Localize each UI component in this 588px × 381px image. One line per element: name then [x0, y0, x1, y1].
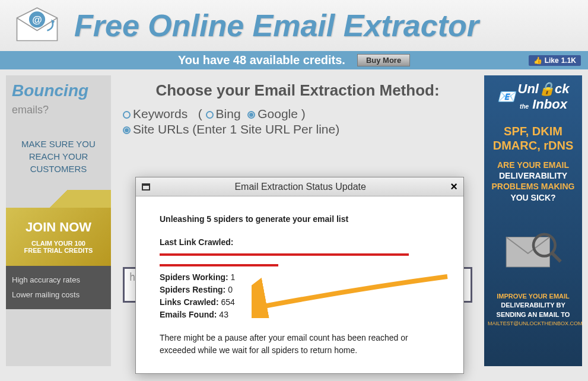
fb-like-button[interactable]: 👍 Like 1.1K: [529, 55, 581, 66]
emails-found-label: Emails Found:: [160, 310, 217, 319]
thumbs-up-icon: 👍: [533, 56, 542, 65]
join-now-banner[interactable]: JOIN NOW CLAIM YOUR 100 FREE TRIAL CREDI…: [6, 208, 111, 266]
unleash-text: Unleashing 5 spiders to generate your em…: [160, 213, 440, 226]
keywords-radio[interactable]: [123, 111, 131, 119]
status-modal: Email Extraction Status Update × Unleash…: [135, 177, 464, 374]
spiders-resting-value: 0: [225, 285, 233, 294]
links-crawled-value: 654: [219, 297, 235, 307]
modal-close-button[interactable]: ×: [450, 180, 457, 193]
urls-radio[interactable]: [123, 126, 131, 134]
modal-title-bar: Email Extraction Status Update ×: [136, 177, 463, 196]
join-now-title: JOIN NOW: [11, 220, 106, 235]
spf-text: SPF, DKIM DMARC, rDNS: [488, 124, 579, 153]
right-sidebar: 📧 Unl🔒ckthe Inbox SPF, DKIM DMARC, rDNS …: [484, 75, 582, 366]
bing-radio[interactable]: [206, 111, 214, 119]
last-link-label: Last Link Crawled:: [160, 237, 233, 247]
links-crawled-label: Links Crawled:: [160, 297, 219, 307]
ad-improve-text: IMPROVE YOUR EMAIL DELIVERABILITY BY SEN…: [488, 292, 579, 319]
header: @ Free Online Email Extractor: [0, 0, 588, 51]
bouncing-heading: Bouncing emails?: [6, 75, 111, 123]
svg-text:@: @: [32, 14, 42, 26]
ad-email-address: MAILTEST@UNLOCKTHEINBOX.COM: [488, 320, 579, 326]
pause-note: There might be a pause after your email …: [160, 332, 440, 357]
make-sure-text: MAKE SURE YOU REACH YOUR CUSTOMERS: [6, 123, 111, 190]
svg-line-5: [552, 253, 561, 262]
feature-item: High accuracy rates: [12, 273, 105, 288]
unlock-logo: 📧 Unl🔒ckthe Inbox: [488, 81, 579, 112]
buy-more-button[interactable]: Buy More: [357, 54, 410, 66]
ad-unlock-inbox[interactable]: 📧 Unl🔒ckthe Inbox SPF, DKIM DMARC, rDNS …: [484, 75, 582, 366]
emails-found-value: 43: [217, 310, 228, 319]
modal-body: Unleashing 5 spiders to generate your em…: [136, 196, 463, 373]
join-sub2: FREE TRIAL CREDITS: [11, 247, 106, 254]
redacted-url: [160, 261, 278, 270]
modal-title: Email Extraction Status Update: [234, 182, 365, 192]
google-radio[interactable]: [247, 111, 255, 119]
spiders-resting-label: Spiders Resting:: [160, 285, 225, 294]
window-icon: [142, 183, 150, 190]
envelope-magnify-icon: [501, 221, 566, 274]
ad-question: ARE YOUR EMAIL DELIVERABILITY PROBLEMS M…: [488, 160, 579, 203]
redacted-url: [160, 250, 409, 259]
feature-item: Lower mailing costs: [12, 288, 105, 303]
join-sub1: CLAIM YOUR 100: [11, 240, 106, 247]
spiders-working-label: Spiders Working:: [160, 272, 228, 282]
page-title: Free Online Email Extractor: [74, 8, 479, 43]
features-list: High accuracy rates Lower mailing costs: [6, 266, 111, 309]
credits-bar: You have 48 available credits. Buy More …: [0, 51, 588, 69]
option-row-urls: Site URLs (Enter 1 Site URL Per line): [123, 122, 478, 136]
option-row-keywords: Keywords ( Bing Google ): [123, 107, 478, 121]
method-heading: Choose your Email Extraction Method:: [117, 81, 478, 100]
logo-envelope-icon: @: [12, 5, 62, 46]
spiders-working-value: 1: [228, 272, 236, 282]
left-sidebar: Bouncing emails? MAKE SURE YOU REACH YOU…: [6, 75, 111, 366]
credits-text: You have 48 available credits.: [178, 53, 345, 67]
